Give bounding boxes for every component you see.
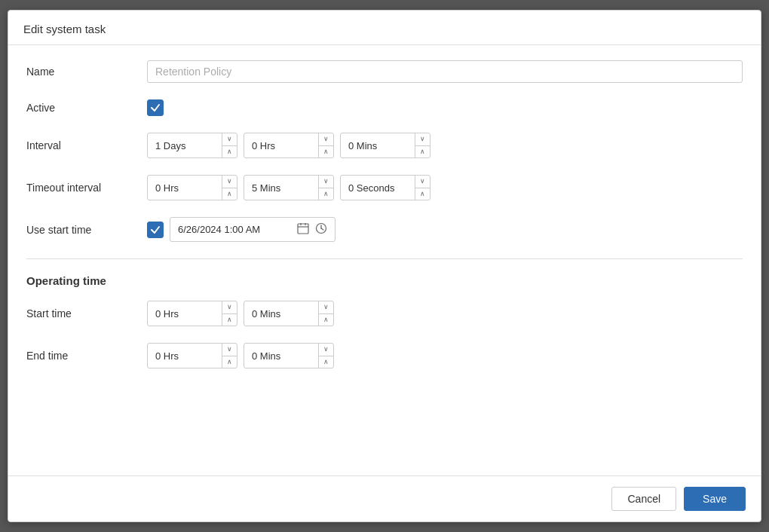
timeout-mins-value: 5 Mins xyxy=(244,178,318,198)
interval-row: Interval 1 Days ∨ ∧ 0 Hrs ∨ ∧ xyxy=(26,133,743,158)
timeout-hrs-value: 0 Hrs xyxy=(148,178,222,198)
dialog-title: Edit system task xyxy=(23,23,106,35)
interval-hrs-spinner: 0 Hrs ∨ ∧ xyxy=(244,133,334,158)
end-hrs-arrows: ∨ ∧ xyxy=(222,344,237,368)
interval-days-arrows: ∨ ∧ xyxy=(222,133,237,157)
active-label: Active xyxy=(26,102,147,114)
end-hrs-down[interactable]: ∨ xyxy=(222,344,237,356)
timeout-hrs-down[interactable]: ∨ xyxy=(222,176,237,188)
calendar-icon[interactable] xyxy=(297,222,309,237)
end-hrs-value: 0 Hrs xyxy=(148,346,222,366)
name-controls xyxy=(147,60,743,83)
start-time-controls: 0 Hrs ∨ ∧ 0 Mins ∨ ∧ xyxy=(147,301,743,326)
end-time-controls: 0 Hrs ∨ ∧ 0 Mins ∨ ∧ xyxy=(147,343,743,368)
svg-rect-0 xyxy=(298,224,308,234)
end-time-label: End time xyxy=(26,350,147,362)
interval-days-value: 1 Days xyxy=(148,136,222,156)
timeout-mins-up[interactable]: ∧ xyxy=(319,188,333,200)
timeout-secs-up[interactable]: ∧ xyxy=(415,188,430,200)
dialog-header: Edit system task xyxy=(8,11,761,45)
start-hrs-value: 0 Hrs xyxy=(148,304,222,324)
interval-mins-down[interactable]: ∨ xyxy=(415,133,430,146)
interval-mins-arrows: ∨ ∧ xyxy=(415,133,430,157)
start-mins-up[interactable]: ∧ xyxy=(319,314,333,326)
use-start-time-label: Use start time xyxy=(26,224,147,236)
timeout-mins-down[interactable]: ∨ xyxy=(319,176,333,188)
end-mins-up[interactable]: ∧ xyxy=(319,356,333,368)
timeout-controls: 0 Hrs ∨ ∧ 5 Mins ∨ ∧ 0 Seconds xyxy=(147,175,743,200)
timeout-secs-value: 0 Seconds xyxy=(341,178,415,198)
use-start-time-controls: 6/26/2024 1:00 AM xyxy=(147,217,743,242)
timeout-hrs-up[interactable]: ∧ xyxy=(222,188,237,200)
interval-hrs-up[interactable]: ∧ xyxy=(319,146,333,158)
checkmark-icon xyxy=(150,102,161,113)
end-hrs-up[interactable]: ∧ xyxy=(222,356,237,368)
section-divider xyxy=(26,258,743,259)
end-time-row: End time 0 Hrs ∨ ∧ 0 Mins ∨ ∧ xyxy=(26,343,743,368)
timeout-hrs-arrows: ∨ ∧ xyxy=(222,176,237,200)
interval-mins-value: 0 Mins xyxy=(341,136,415,156)
interval-days-spinner: 1 Days ∨ ∧ xyxy=(147,133,237,158)
active-checkbox[interactable] xyxy=(147,99,164,116)
interval-hrs-arrows: ∨ ∧ xyxy=(318,133,333,157)
start-time-row: Start time 0 Hrs ∨ ∧ 0 Mins ∨ ∧ xyxy=(26,301,743,326)
use-start-time-row: Use start time 6/26/2024 1:00 AM xyxy=(26,217,743,242)
end-hrs-spinner: 0 Hrs ∨ ∧ xyxy=(147,343,237,368)
interval-mins-spinner: 0 Mins ∨ ∧ xyxy=(340,133,430,158)
cancel-button[interactable]: Cancel xyxy=(611,487,676,511)
timeout-mins-arrows: ∨ ∧ xyxy=(318,176,333,200)
start-mins-value: 0 Mins xyxy=(244,304,318,324)
interval-days-down[interactable]: ∨ xyxy=(222,133,237,146)
start-hrs-arrows: ∨ ∧ xyxy=(222,301,237,326)
interval-days-up[interactable]: ∧ xyxy=(222,146,237,158)
timeout-mins-spinner: 5 Mins ∨ ∧ xyxy=(244,175,334,200)
clock-icon[interactable] xyxy=(315,222,327,237)
interval-mins-up[interactable]: ∧ xyxy=(415,146,430,158)
active-row: Active xyxy=(26,99,743,116)
use-start-time-checkbox[interactable] xyxy=(147,222,164,238)
save-button[interactable]: Save xyxy=(684,487,746,511)
end-mins-arrows: ∨ ∧ xyxy=(318,344,333,368)
svg-line-6 xyxy=(321,228,323,230)
edit-system-task-dialog: Edit system task Name Active Interval xyxy=(8,10,761,522)
timeout-hrs-spinner: 0 Hrs ∨ ∧ xyxy=(147,175,237,200)
interval-label: Interval xyxy=(26,139,147,151)
datetime-value: 6/26/2024 1:00 AM xyxy=(178,224,291,235)
interval-hrs-down[interactable]: ∨ xyxy=(319,133,333,146)
operating-time-title: Operating time xyxy=(26,274,743,287)
start-hrs-up[interactable]: ∧ xyxy=(222,314,237,326)
name-input[interactable] xyxy=(147,60,743,83)
end-mins-value: 0 Mins xyxy=(244,346,318,366)
checkmark-icon-2 xyxy=(150,225,161,235)
start-mins-down[interactable]: ∨ xyxy=(319,301,333,314)
end-mins-spinner: 0 Mins ∨ ∧ xyxy=(244,343,334,368)
dialog-body: Name Active Interval 1 Days xyxy=(8,45,761,475)
name-label: Name xyxy=(26,66,147,78)
start-hrs-down[interactable]: ∨ xyxy=(222,301,237,314)
start-mins-arrows: ∨ ∧ xyxy=(318,301,333,326)
timeout-secs-arrows: ∨ ∧ xyxy=(415,176,430,200)
interval-controls: 1 Days ∨ ∧ 0 Hrs ∨ ∧ 0 Mins ∨ xyxy=(147,133,743,158)
datetime-picker[interactable]: 6/26/2024 1:00 AM xyxy=(170,217,335,242)
timeout-label: Timeout interval xyxy=(26,182,147,194)
active-controls xyxy=(147,99,743,116)
timeout-secs-spinner: 0 Seconds ∨ ∧ xyxy=(340,175,430,200)
end-mins-down[interactable]: ∨ xyxy=(319,344,333,356)
name-row: Name xyxy=(26,60,743,83)
start-time-label: Start time xyxy=(26,307,147,320)
timeout-secs-down[interactable]: ∨ xyxy=(415,176,430,188)
start-mins-spinner: 0 Mins ∨ ∧ xyxy=(244,301,334,326)
timeout-row: Timeout interval 0 Hrs ∨ ∧ 5 Mins ∨ ∧ xyxy=(26,175,743,200)
interval-hrs-value: 0 Hrs xyxy=(244,136,318,156)
dialog-footer: Cancel Save xyxy=(8,475,761,521)
start-hrs-spinner: 0 Hrs ∨ ∧ xyxy=(147,301,237,326)
